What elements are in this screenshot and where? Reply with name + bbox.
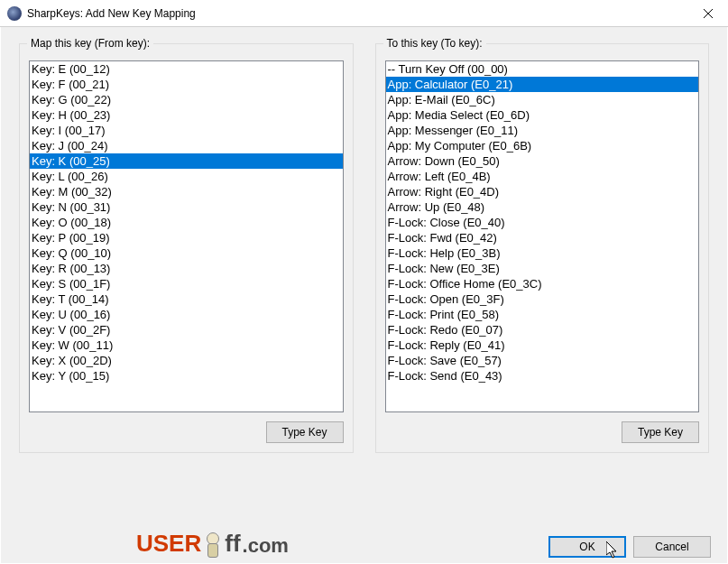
- list-item[interactable]: App: E-Mail (E0_6C): [386, 92, 699, 107]
- list-item[interactable]: Key: U (00_16): [30, 307, 343, 322]
- to-key-label: To this key (To key):: [383, 37, 486, 50]
- from-key-label: Map this key (From key):: [27, 37, 153, 50]
- list-item[interactable]: Key: L (00_26): [30, 169, 343, 184]
- list-item[interactable]: App: Messenger (E0_11): [386, 123, 699, 138]
- list-item[interactable]: Key: K (00_25): [30, 153, 343, 169]
- from-key-listbox[interactable]: Key: E (00_12)Key: F (00_21)Key: G (00_2…: [29, 60, 344, 412]
- close-button[interactable]: [687, 0, 728, 27]
- list-item[interactable]: F-Lock: New (E0_3E): [386, 261, 699, 276]
- list-item[interactable]: F-Lock: Print (E0_58): [386, 307, 699, 322]
- watermark-mascot-icon: [203, 531, 223, 558]
- to-key-listbox[interactable]: -- Turn Key Off (00_00)App: Calculator (…: [385, 60, 700, 412]
- list-item[interactable]: F-Lock: Send (E0_43): [386, 368, 699, 384]
- list-item[interactable]: Key: S (00_1F): [30, 276, 343, 291]
- list-item[interactable]: Arrow: Left (E0_4B): [386, 169, 699, 184]
- list-item[interactable]: Key: H (00_23): [30, 107, 343, 123]
- list-item[interactable]: F-Lock: Office Home (E0_3C): [386, 276, 699, 291]
- watermark-user: USER: [136, 530, 201, 558]
- from-key-group: Map this key (From key): Key: E (00_12)K…: [19, 43, 354, 453]
- list-item[interactable]: Key: Q (00_10): [30, 245, 343, 261]
- list-item[interactable]: App: Calculator (E0_21): [386, 77, 699, 92]
- list-item[interactable]: Key: V (00_2F): [30, 322, 343, 337]
- list-item[interactable]: Key: P (00_19): [30, 230, 343, 245]
- dialog-body: Map this key (From key): Key: E (00_12)K…: [0, 27, 728, 564]
- list-item[interactable]: F-Lock: Fwd (E0_42): [386, 230, 699, 245]
- list-item[interactable]: Key: X (00_2D): [30, 353, 343, 368]
- to-key-group: To this key (To key): -- Turn Key Off (0…: [375, 43, 710, 453]
- to-btn-row: Type Key: [385, 421, 700, 443]
- list-item[interactable]: Key: R (00_13): [30, 261, 343, 276]
- list-item[interactable]: F-Lock: Save (E0_57): [386, 353, 699, 368]
- list-item[interactable]: Key: G (00_22): [30, 92, 343, 107]
- close-icon: [704, 9, 713, 18]
- watermark-com: .com: [243, 534, 289, 558]
- list-item[interactable]: Key: Y (00_15): [30, 368, 343, 384]
- from-type-key-button[interactable]: Type Key: [266, 421, 344, 443]
- list-item[interactable]: Arrow: Down (E0_50): [386, 153, 699, 169]
- window-title: SharpKeys: Add New Key Mapping: [27, 7, 687, 20]
- list-item[interactable]: F-Lock: Open (E0_3F): [386, 291, 699, 307]
- list-item[interactable]: Arrow: Up (E0_48): [386, 199, 699, 215]
- list-item[interactable]: Arrow: Right (E0_4D): [386, 184, 699, 199]
- dialog-footer: OK Cancel: [548, 536, 711, 558]
- to-type-key-button[interactable]: Type Key: [622, 421, 699, 443]
- cancel-button[interactable]: Cancel: [633, 536, 711, 558]
- app-icon: [7, 6, 22, 21]
- list-item[interactable]: F-Lock: Redo (E0_07): [386, 322, 699, 337]
- list-item[interactable]: Key: E (00_12): [30, 61, 343, 77]
- list-item[interactable]: Key: M (00_32): [30, 184, 343, 199]
- list-item[interactable]: Key: N (00_31): [30, 199, 343, 215]
- list-item[interactable]: App: Media Select (E0_6D): [386, 107, 699, 123]
- list-item[interactable]: -- Turn Key Off (00_00): [386, 61, 699, 77]
- list-item[interactable]: F-Lock: Close (E0_40): [386, 215, 699, 230]
- list-item[interactable]: Key: J (00_24): [30, 138, 343, 153]
- list-item[interactable]: F-Lock: Help (E0_3B): [386, 245, 699, 261]
- list-item[interactable]: Key: T (00_14): [30, 291, 343, 307]
- list-item[interactable]: App: My Computer (E0_6B): [386, 138, 699, 153]
- watermark-off: ff: [225, 530, 240, 558]
- list-item[interactable]: Key: F (00_21): [30, 77, 343, 92]
- list-item[interactable]: Key: I (00_17): [30, 123, 343, 138]
- list-item[interactable]: F-Lock: Reply (E0_41): [386, 337, 699, 353]
- ok-button[interactable]: OK: [548, 536, 626, 558]
- from-btn-row: Type Key: [29, 421, 344, 443]
- list-item[interactable]: Key: O (00_18): [30, 215, 343, 230]
- watermark: USER ff .com: [136, 530, 289, 558]
- panels: Map this key (From key): Key: E (00_12)K…: [17, 43, 711, 453]
- titlebar: SharpKeys: Add New Key Mapping: [0, 0, 728, 27]
- list-item[interactable]: Key: W (00_11): [30, 337, 343, 353]
